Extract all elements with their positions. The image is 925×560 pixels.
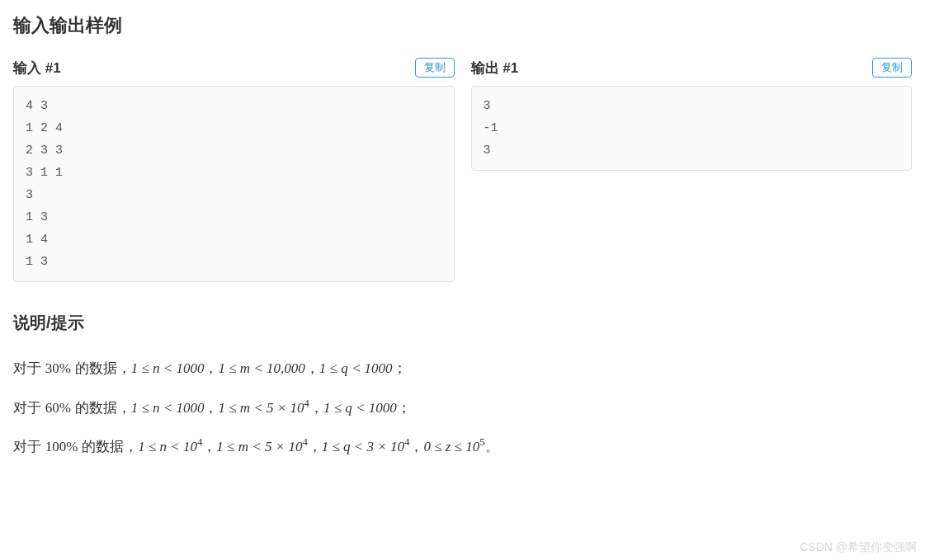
- hint-3-c4: 0 ≤ z ≤ 105: [423, 439, 484, 454]
- output-label: 输出 #1: [471, 59, 519, 78]
- hint-3-sep1: ，: [202, 439, 216, 454]
- hint-3-sep2: ，: [308, 439, 322, 454]
- hint-line-3: 对于 100% 的数据，1 ≤ n < 104，1 ≤ m < 5 × 104，…: [13, 427, 912, 467]
- input-label: 输入 #1: [13, 59, 61, 78]
- hint-line-2: 对于 60% 的数据，1 ≤ n < 1000，1 ≤ m < 5 × 104，…: [13, 388, 912, 428]
- output-header: 输出 #1 复制: [471, 58, 913, 78]
- hint-2-sep1: ，: [204, 400, 218, 416]
- hint-3-pct: 100%: [45, 439, 78, 454]
- hint-1-tail: ；: [393, 360, 407, 376]
- hint-1-sep2: ，: [305, 360, 319, 376]
- input-header: 输入 #1 复制: [13, 58, 455, 78]
- hint-3-c3-base: 1 ≤ q < 3 × 10: [322, 439, 404, 454]
- hint-3-c3: 1 ≤ q < 3 × 104: [322, 439, 410, 454]
- input-code-block: 4 3 1 2 4 2 3 3 3 1 1 3 1 3 1 4 1 3: [13, 86, 455, 282]
- hint-3-sep3: ，: [409, 439, 423, 454]
- hint-3-c4-base: 0 ≤ z ≤ 10: [423, 439, 479, 454]
- hint-1-prefix: 对于: [13, 360, 45, 376]
- hint-1-c3: 1 ≤ q < 1000: [319, 360, 393, 376]
- hint-3-prefix: 对于: [13, 439, 45, 454]
- hint-line-1: 对于 30% 的数据，1 ≤ n < 1000，1 ≤ m < 10,000，1…: [13, 349, 912, 388]
- input-column: 输入 #1 复制 4 3 1 2 4 2 3 3 3 1 1 3 1 3 1 4…: [13, 58, 455, 282]
- hint-1-c1: 1 ≤ n < 1000: [131, 360, 205, 376]
- hint-3-mid: 的数据，: [78, 439, 138, 454]
- hint-2-c3: 1 ≤ q < 1000: [323, 400, 397, 416]
- hint-1-c2: 1 ≤ m < 10,000: [218, 360, 304, 376]
- output-column: 输出 #1 复制 3 -1 3: [471, 58, 913, 282]
- hint-1-pct: 30%: [45, 360, 71, 376]
- output-code-block: 3 -1 3: [471, 86, 913, 171]
- hint-2-c2: 1 ≤ m < 5 × 104: [218, 400, 309, 416]
- hint-3-c1-base: 1 ≤ n < 10: [138, 439, 197, 454]
- copy-input-button[interactable]: 复制: [415, 58, 455, 78]
- hint-3-c2: 1 ≤ m < 5 × 104: [216, 439, 307, 454]
- hint-3-tail: 。: [485, 439, 499, 454]
- hint-2-prefix: 对于: [13, 400, 45, 416]
- hint-2-pct: 60%: [45, 400, 71, 416]
- hint-2-c1: 1 ≤ n < 1000: [131, 400, 205, 416]
- hint-2-tail: ；: [397, 400, 411, 416]
- hint-2-c2-base: 1 ≤ m < 5 × 10: [218, 400, 304, 416]
- io-section-title: 输入输出样例: [13, 13, 912, 38]
- hint-2-sep2: ，: [309, 400, 323, 416]
- hint-1-sep1: ，: [204, 360, 218, 376]
- io-container: 输入 #1 复制 4 3 1 2 4 2 3 3 3 1 1 3 1 3 1 4…: [13, 58, 912, 282]
- hints-section-title: 说明/提示: [13, 312, 912, 334]
- copy-output-button[interactable]: 复制: [872, 58, 912, 78]
- hint-3-c1: 1 ≤ n < 104: [138, 439, 202, 454]
- hint-1-mid: 的数据，: [71, 360, 131, 376]
- hint-2-mid: 的数据，: [71, 400, 131, 416]
- hint-3-c2-base: 1 ≤ m < 5 × 10: [216, 439, 302, 454]
